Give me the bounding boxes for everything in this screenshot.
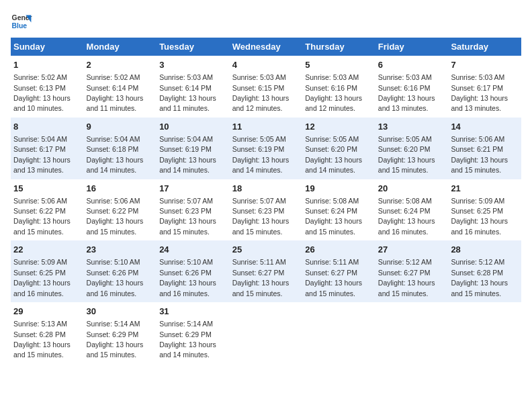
- calendar-cell: 23Sunrise: 5:10 AMSunset: 6:26 PMDayligh…: [84, 240, 157, 302]
- day-info: Sunrise: 5:03 AMSunset: 6:14 PMDaylight:…: [159, 73, 216, 112]
- calendar-cell: 8Sunrise: 5:04 AMSunset: 6:17 PMDaylight…: [11, 118, 84, 179]
- header-cell-monday: Monday: [84, 38, 157, 56]
- calendar-table: SundayMondayTuesdayWednesdayThursdayFrid…: [11, 38, 521, 364]
- calendar-cell: [302, 302, 375, 364]
- day-number: 22: [13, 244, 81, 256]
- day-info: Sunrise: 5:13 AMSunset: 6:28 PMDaylight:…: [13, 320, 71, 359]
- week-row-3: 15Sunrise: 5:06 AMSunset: 6:22 PMDayligh…: [11, 179, 521, 241]
- day-number: 18: [232, 183, 300, 195]
- calendar-cell: 5Sunrise: 5:03 AMSunset: 6:16 PMDaylight…: [302, 56, 375, 118]
- calendar-cell: 28Sunrise: 5:12 AMSunset: 6:28 PMDayligh…: [448, 240, 521, 302]
- svg-text:Blue: Blue: [12, 22, 28, 30]
- day-number: 3: [159, 59, 227, 71]
- day-info: Sunrise: 5:03 AMSunset: 6:16 PMDaylight:…: [378, 73, 435, 112]
- day-info: Sunrise: 5:04 AMSunset: 6:19 PMDaylight:…: [159, 135, 216, 174]
- day-info: Sunrise: 5:03 AMSunset: 6:15 PMDaylight:…: [232, 73, 290, 112]
- day-number: 11: [232, 121, 300, 133]
- calendar-cell: 11Sunrise: 5:05 AMSunset: 6:19 PMDayligh…: [230, 118, 303, 179]
- calendar-cell: 31Sunrise: 5:14 AMSunset: 6:29 PMDayligh…: [157, 302, 230, 364]
- day-number: 7: [451, 59, 519, 71]
- calendar-cell: 16Sunrise: 5:06 AMSunset: 6:22 PMDayligh…: [84, 179, 157, 241]
- calendar-cell: 9Sunrise: 5:04 AMSunset: 6:18 PMDaylight…: [84, 118, 157, 179]
- day-number: 5: [305, 59, 373, 71]
- header-cell-thursday: Thursday: [302, 38, 375, 56]
- day-info: Sunrise: 5:10 AMSunset: 6:26 PMDaylight:…: [159, 258, 216, 297]
- day-info: Sunrise: 5:12 AMSunset: 6:28 PMDaylight:…: [451, 258, 508, 297]
- day-info: Sunrise: 5:05 AMSunset: 6:20 PMDaylight:…: [378, 135, 435, 174]
- day-info: Sunrise: 5:05 AMSunset: 6:19 PMDaylight:…: [232, 135, 290, 174]
- calendar-cell: 1Sunrise: 5:02 AMSunset: 6:13 PMDaylight…: [11, 56, 84, 118]
- day-number: 19: [305, 183, 373, 195]
- day-info: Sunrise: 5:07 AMSunset: 6:23 PMDaylight:…: [232, 197, 290, 236]
- day-info: Sunrise: 5:04 AMSunset: 6:18 PMDaylight:…: [87, 135, 144, 174]
- day-number: 10: [159, 121, 227, 133]
- day-number: 26: [305, 244, 373, 256]
- calendar-cell: 27Sunrise: 5:12 AMSunset: 6:27 PMDayligh…: [375, 240, 449, 302]
- calendar-cell: 13Sunrise: 5:05 AMSunset: 6:20 PMDayligh…: [375, 118, 449, 179]
- calendar-cell: 4Sunrise: 5:03 AMSunset: 6:15 PMDaylight…: [230, 56, 303, 118]
- day-number: 30: [87, 306, 154, 318]
- calendar-cell: 19Sunrise: 5:08 AMSunset: 6:24 PMDayligh…: [302, 179, 375, 241]
- day-info: Sunrise: 5:10 AMSunset: 6:26 PMDaylight:…: [87, 258, 144, 297]
- calendar-cell: [375, 302, 449, 364]
- day-number: 21: [451, 183, 519, 195]
- day-info: Sunrise: 5:14 AMSunset: 6:29 PMDaylight:…: [87, 320, 144, 359]
- day-info: Sunrise: 5:08 AMSunset: 6:24 PMDaylight:…: [378, 197, 435, 236]
- day-info: Sunrise: 5:08 AMSunset: 6:24 PMDaylight:…: [305, 197, 362, 236]
- week-row-2: 8Sunrise: 5:04 AMSunset: 6:17 PMDaylight…: [11, 118, 521, 179]
- day-number: 27: [378, 244, 446, 256]
- day-info: Sunrise: 5:12 AMSunset: 6:27 PMDaylight:…: [378, 258, 435, 297]
- day-info: Sunrise: 5:06 AMSunset: 6:21 PMDaylight:…: [451, 135, 508, 174]
- day-info: Sunrise: 5:06 AMSunset: 6:22 PMDaylight:…: [13, 197, 71, 236]
- calendar-cell: [448, 302, 521, 364]
- calendar-cell: 29Sunrise: 5:13 AMSunset: 6:28 PMDayligh…: [11, 302, 84, 364]
- day-number: 20: [378, 183, 446, 195]
- calendar-cell: 15Sunrise: 5:06 AMSunset: 6:22 PMDayligh…: [11, 179, 84, 241]
- calendar-cell: 17Sunrise: 5:07 AMSunset: 6:23 PMDayligh…: [157, 179, 230, 241]
- day-info: Sunrise: 5:03 AMSunset: 6:16 PMDaylight:…: [305, 73, 362, 112]
- header-row: SundayMondayTuesdayWednesdayThursdayFrid…: [11, 38, 521, 56]
- day-number: 31: [159, 306, 227, 318]
- day-info: Sunrise: 5:09 AMSunset: 6:25 PMDaylight:…: [13, 258, 71, 297]
- day-info: Sunrise: 5:03 AMSunset: 6:17 PMDaylight:…: [451, 73, 508, 112]
- day-number: 28: [451, 244, 519, 256]
- header: General Blue: [11, 11, 521, 32]
- day-number: 13: [378, 121, 446, 133]
- calendar-cell: 2Sunrise: 5:02 AMSunset: 6:14 PMDaylight…: [84, 56, 157, 118]
- day-number: 9: [87, 121, 154, 133]
- week-row-1: 1Sunrise: 5:02 AMSunset: 6:13 PMDaylight…: [11, 56, 521, 118]
- day-number: 4: [232, 59, 300, 71]
- week-row-5: 29Sunrise: 5:13 AMSunset: 6:28 PMDayligh…: [11, 302, 521, 364]
- day-number: 16: [87, 183, 154, 195]
- calendar-cell: 12Sunrise: 5:05 AMSunset: 6:20 PMDayligh…: [302, 118, 375, 179]
- day-number: 29: [13, 306, 81, 318]
- day-number: 6: [378, 59, 446, 71]
- calendar-cell: 14Sunrise: 5:06 AMSunset: 6:21 PMDayligh…: [448, 118, 521, 179]
- header-cell-sunday: Sunday: [11, 38, 84, 56]
- day-info: Sunrise: 5:05 AMSunset: 6:20 PMDaylight:…: [305, 135, 362, 174]
- day-info: Sunrise: 5:02 AMSunset: 6:14 PMDaylight:…: [87, 73, 144, 112]
- day-info: Sunrise: 5:11 AMSunset: 6:27 PMDaylight:…: [305, 258, 362, 297]
- week-row-4: 22Sunrise: 5:09 AMSunset: 6:25 PMDayligh…: [11, 240, 521, 302]
- day-info: Sunrise: 5:11 AMSunset: 6:27 PMDaylight:…: [232, 258, 290, 297]
- day-info: Sunrise: 5:06 AMSunset: 6:22 PMDaylight:…: [87, 197, 144, 236]
- day-number: 24: [159, 244, 227, 256]
- day-info: Sunrise: 5:02 AMSunset: 6:13 PMDaylight:…: [13, 73, 71, 112]
- calendar-cell: 30Sunrise: 5:14 AMSunset: 6:29 PMDayligh…: [84, 302, 157, 364]
- day-number: 17: [159, 183, 227, 195]
- header-cell-saturday: Saturday: [448, 38, 521, 56]
- logo: General Blue: [11, 11, 32, 32]
- calendar-cell: 24Sunrise: 5:10 AMSunset: 6:26 PMDayligh…: [157, 240, 230, 302]
- day-number: 23: [87, 244, 154, 256]
- calendar-cell: 21Sunrise: 5:09 AMSunset: 6:25 PMDayligh…: [448, 179, 521, 241]
- day-number: 8: [13, 121, 81, 133]
- calendar-cell: [230, 302, 303, 364]
- day-number: 12: [305, 121, 373, 133]
- day-number: 2: [87, 59, 154, 71]
- calendar-cell: 3Sunrise: 5:03 AMSunset: 6:14 PMDaylight…: [157, 56, 230, 118]
- calendar-cell: 10Sunrise: 5:04 AMSunset: 6:19 PMDayligh…: [157, 118, 230, 179]
- calendar-cell: 20Sunrise: 5:08 AMSunset: 6:24 PMDayligh…: [375, 179, 449, 241]
- day-info: Sunrise: 5:09 AMSunset: 6:25 PMDaylight:…: [451, 197, 508, 236]
- day-info: Sunrise: 5:14 AMSunset: 6:29 PMDaylight:…: [159, 320, 216, 359]
- calendar-cell: 18Sunrise: 5:07 AMSunset: 6:23 PMDayligh…: [230, 179, 303, 241]
